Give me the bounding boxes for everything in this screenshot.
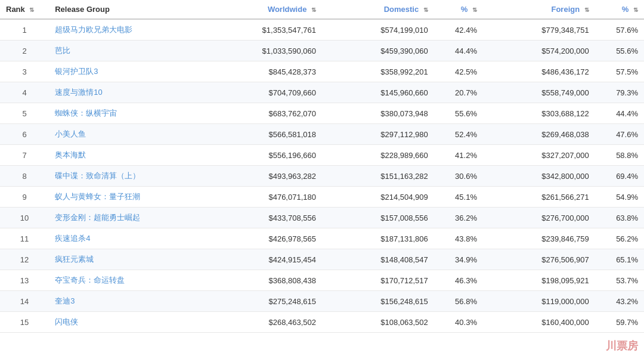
foreign-cell: $327,207,000 xyxy=(483,145,595,166)
domestic-cell: $170,712,517 xyxy=(322,270,434,291)
domestic-sort-icon[interactable]: ⇅ xyxy=(423,7,428,13)
worldwide-sort-icon[interactable]: ⇅ xyxy=(311,7,316,13)
pct2-cell: 44.4% xyxy=(595,103,644,124)
pct2-cell: 55.6% xyxy=(595,41,644,61)
foreign-cell: $160,400,000 xyxy=(483,312,595,333)
pct1-sort-icon[interactable]: ⇅ xyxy=(472,7,477,13)
pct2-header[interactable]: % ⇅ xyxy=(595,0,644,19)
title-cell[interactable]: 夺宝奇兵：命运转盘 xyxy=(49,270,203,291)
foreign-cell: $342,800,000 xyxy=(483,166,595,187)
table-row: 4 速度与激情10 $704,709,660 $145,960,660 20.7… xyxy=(0,82,644,103)
worldwide-cell: $566,581,018 xyxy=(203,124,322,145)
pct1-cell: 44.4% xyxy=(434,41,483,61)
domestic-header[interactable]: Domestic ⇅ xyxy=(322,0,434,19)
rank-cell: 11 xyxy=(0,228,49,249)
foreign-cell: $269,468,038 xyxy=(483,124,595,145)
pct2-cell: 79.3% xyxy=(595,82,644,103)
title-cell[interactable]: 碟中谍：致命清算（上） xyxy=(49,166,203,187)
pct2-cell: 57.6% xyxy=(595,19,644,41)
title-cell[interactable]: 速度与激情10 xyxy=(49,82,203,103)
pct2-cell: 47.6% xyxy=(595,124,644,145)
worldwide-cell: $368,808,438 xyxy=(203,270,322,291)
domestic-cell: $228,989,660 xyxy=(322,145,434,166)
rank-cell: 12 xyxy=(0,249,49,270)
title-cell[interactable]: 奎迪3 xyxy=(49,291,203,312)
foreign-cell: $119,000,000 xyxy=(483,291,595,312)
table-row: 13 夺宝奇兵：命运转盘 $368,808,438 $170,712,517 4… xyxy=(0,270,644,291)
domestic-cell: $157,008,556 xyxy=(322,208,434,228)
foreign-cell: $574,200,000 xyxy=(483,41,595,61)
pct2-cell: 59.7% xyxy=(595,312,644,333)
rank-header[interactable]: Rank ⇅ xyxy=(0,0,49,19)
pct1-cell: 41.2% xyxy=(434,145,483,166)
rank-cell: 5 xyxy=(0,103,49,124)
title-cell[interactable]: 芭比 xyxy=(49,41,203,61)
pct2-cell: 57.5% xyxy=(595,61,644,82)
table-row: 1 超级马力欧兄弟大电影 $1,353,547,761 $574,199,010… xyxy=(0,19,644,41)
table-row: 3 银河护卫队3 $845,428,373 $358,992,201 42.5%… xyxy=(0,61,644,82)
domestic-cell: $574,199,010 xyxy=(322,19,434,41)
domestic-cell: $380,073,948 xyxy=(322,103,434,124)
foreign-header-label: Foreign xyxy=(551,5,580,14)
pct2-cell: 56.2% xyxy=(595,228,644,249)
pct1-header[interactable]: % ⇅ xyxy=(434,0,483,19)
rank-sort-icon[interactable]: ⇅ xyxy=(29,7,34,13)
worldwide-header[interactable]: Worldwide ⇅ xyxy=(203,0,322,19)
rank-cell: 6 xyxy=(0,124,49,145)
pct2-cell: 69.4% xyxy=(595,166,644,187)
pct1-cell: 46.3% xyxy=(434,270,483,291)
table-row: 15 闪电侠 $268,463,502 $108,063,502 40.3% $… xyxy=(0,312,644,333)
domestic-header-label: Domestic xyxy=(384,5,419,14)
rank-cell: 15 xyxy=(0,312,49,333)
domestic-cell: $108,063,502 xyxy=(322,312,434,333)
rank-header-label: Rank xyxy=(6,5,25,14)
title-cell[interactable]: 疯狂元素城 xyxy=(49,249,203,270)
title-cell[interactable]: 蜘蛛侠：纵横宇宙 xyxy=(49,103,203,124)
worldwide-cell: $268,463,502 xyxy=(203,312,322,333)
domestic-cell: $151,163,282 xyxy=(322,166,434,187)
pct1-cell: 42.4% xyxy=(434,19,483,41)
pct1-header-label: % xyxy=(461,5,468,14)
title-cell[interactable]: 超级马力欧兄弟大电影 xyxy=(49,19,203,41)
title-cell[interactable]: 疾速追杀4 xyxy=(49,228,203,249)
box-office-table: Rank ⇅ Release Group Worldwide ⇅ Domesti… xyxy=(0,0,644,333)
pct1-cell: 34.9% xyxy=(434,249,483,270)
foreign-cell: $276,700,000 xyxy=(483,208,595,228)
release-group-header-label: Release Group xyxy=(55,5,110,14)
pct1-cell: 40.3% xyxy=(434,312,483,333)
domestic-cell: $187,131,806 xyxy=(322,228,434,249)
title-cell[interactable]: 蚁人与黄蜂女：量子狂潮 xyxy=(49,187,203,208)
title-cell[interactable]: 小美人鱼 xyxy=(49,124,203,145)
worldwide-cell: $493,963,282 xyxy=(203,166,322,187)
pct2-sort-icon[interactable]: ⇅ xyxy=(633,7,638,13)
worldwide-cell: $424,915,454 xyxy=(203,249,322,270)
foreign-cell: $198,095,921 xyxy=(483,270,595,291)
worldwide-cell: $275,248,615 xyxy=(203,291,322,312)
table-row: 10 变形金刚：超能勇士崛起 $433,708,556 $157,008,556… xyxy=(0,208,644,228)
pct2-cell: 43.2% xyxy=(595,291,644,312)
title-cell[interactable]: 变形金刚：超能勇士崛起 xyxy=(49,208,203,228)
domestic-cell: $148,408,547 xyxy=(322,249,434,270)
pct1-cell: 20.7% xyxy=(434,82,483,103)
table-row: 5 蜘蛛侠：纵横宇宙 $683,762,070 $380,073,948 55.… xyxy=(0,103,644,124)
title-cell[interactable]: 银河护卫队3 xyxy=(49,61,203,82)
title-cell[interactable]: 奥本海默 xyxy=(49,145,203,166)
pct1-cell: 42.5% xyxy=(434,61,483,82)
foreign-cell: $303,688,122 xyxy=(483,103,595,124)
rank-cell: 13 xyxy=(0,270,49,291)
pct1-cell: 45.1% xyxy=(434,187,483,208)
foreign-header[interactable]: Foreign ⇅ xyxy=(483,0,595,19)
worldwide-cell: $556,196,660 xyxy=(203,145,322,166)
title-cell[interactable]: 闪电侠 xyxy=(49,312,203,333)
pct2-cell: 53.7% xyxy=(595,270,644,291)
rank-cell: 4 xyxy=(0,82,49,103)
domestic-cell: $358,992,201 xyxy=(322,61,434,82)
foreign-sort-icon[interactable]: ⇅ xyxy=(584,7,589,13)
domestic-cell: $297,112,980 xyxy=(322,124,434,145)
worldwide-header-label: Worldwide xyxy=(268,5,306,14)
pct1-cell: 43.8% xyxy=(434,228,483,249)
pct2-cell: 58.8% xyxy=(595,145,644,166)
worldwide-cell: $426,978,565 xyxy=(203,228,322,249)
domestic-cell: $459,390,060 xyxy=(322,41,434,61)
table-row: 6 小美人鱼 $566,581,018 $297,112,980 52.4% $… xyxy=(0,124,644,145)
